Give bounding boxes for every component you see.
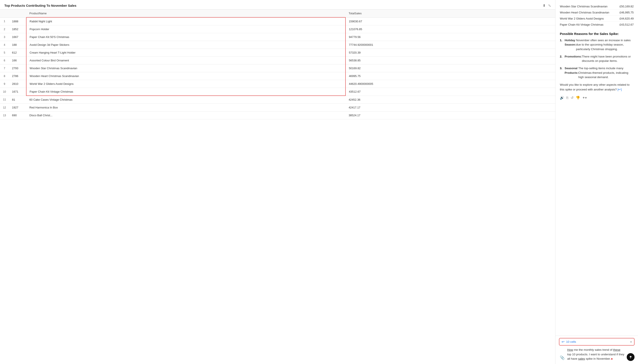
follow-up-link[interactable]: [↩] — [617, 88, 622, 91]
row-id: 1671 — [9, 88, 26, 96]
top-product-item: Wooden Heart Christmas Scandinavian£46,9… — [560, 10, 634, 16]
row-rank: 11 — [0, 96, 9, 104]
table-row: 72793Wooden Star Christmas Scandinavian5… — [0, 64, 555, 72]
row-total-sales: 56538.85 — [346, 56, 520, 64]
top-product-value: £44,620.49 — [619, 17, 634, 20]
top-product-value: £50,169.82 — [619, 5, 634, 8]
row-id: 690 — [9, 112, 26, 119]
top-product-item: Wooden Star Christmas Scandinavian£50,16… — [560, 4, 634, 10]
row-product-name: Rabbit Night Light — [26, 17, 346, 26]
table-row: 11888Rabbit Night Light159030.67 — [0, 17, 555, 26]
col-product-name: ProductName — [26, 10, 346, 18]
thumbs-down-icon[interactable]: 👎 — [576, 96, 580, 100]
table-header: Top Products Contributing To November Sa… — [0, 0, 555, 9]
table-row: 82786Wooden Heart Christmas Scandinavian… — [0, 72, 555, 80]
row-rank: 4 — [0, 41, 9, 49]
table-row: 101671Paper Chain Kit Vintage Christmas4… — [0, 88, 555, 96]
table-row: 118160 Cake Cases Vintage Christmas42452… — [0, 96, 555, 104]
row-rank: 8 — [0, 72, 9, 80]
row-rank: 12 — [0, 104, 9, 112]
row-extra — [520, 49, 555, 56]
row-product-name: Disco Ball Christ... — [26, 112, 346, 119]
table-row: 13690Disco Ball Christ...38524.17 — [0, 112, 555, 119]
row-id: 612 — [9, 49, 26, 56]
products-table: ProductName TotalSales 11888Rabbit Night… — [0, 9, 555, 119]
row-id: 188 — [9, 41, 26, 49]
copy-icon[interactable]: ⎘ — [566, 96, 568, 100]
col-total-sales: TotalSales — [346, 10, 520, 18]
cells-tag-close[interactable]: × — [630, 340, 632, 344]
row-product-name: Wooden Star Christmas Scandinavian — [26, 64, 346, 72]
row-extra — [520, 72, 555, 80]
row-rank: 2 — [0, 26, 9, 33]
row-extra — [520, 104, 555, 112]
table-container: ProductName TotalSales 11888Rabbit Night… — [0, 9, 555, 364]
row-extra — [520, 96, 555, 104]
row-rank: 1 — [0, 17, 9, 26]
reason-item: Holiday Season: November often sees an i… — [560, 38, 634, 52]
more-actions-icon[interactable]: ✦▾ — [582, 96, 587, 100]
table-row: 31667Paper Chain Kit 50'S Christmas94779… — [0, 33, 555, 41]
cells-tag-container: ↩ 10 cells × — [559, 338, 634, 346]
row-total-sales: 46995.75 — [346, 72, 520, 80]
reason-item: Seasonal Products: The top-selling items… — [560, 66, 634, 80]
row-product-name: 60 Cake Cases Vintage Christmas — [26, 96, 346, 104]
reasons-section: Possible Reasons for the Sales Spike: Ho… — [560, 32, 634, 80]
volume-icon[interactable]: 🔊 — [560, 96, 564, 100]
row-extra — [520, 64, 555, 72]
top-product-item: World War 2 Gliders Asstd Designs£44,620… — [560, 16, 634, 22]
follow-up-text: Would you like to explore any other aspe… — [560, 82, 634, 92]
row-rank: 7 — [0, 64, 9, 72]
row-id: 166 — [9, 56, 26, 64]
reason-label: Holiday Season: — [565, 38, 576, 52]
reasons-heading: Possible Reasons for the Sales Spike: — [560, 32, 634, 36]
row-rank: 3 — [0, 33, 9, 41]
row-rank: 13 — [0, 112, 9, 119]
row-extra — [520, 112, 555, 119]
reason-label: Seasonal Products: — [565, 66, 578, 80]
download-icon[interactable]: ⬇ — [543, 4, 545, 8]
row-product-name: Cream Hanging Heart T-Light Holder — [26, 49, 346, 56]
row-total-sales: 50169.82 — [346, 64, 520, 72]
row-total-sales: 42417.17 — [346, 104, 520, 112]
row-rank: 6 — [0, 56, 9, 64]
table-row: 6166Assorted Colour Bird Ornament56538.8… — [0, 56, 555, 64]
input-row: 📎 How me the monthly sales trend of thes… — [559, 348, 634, 361]
input-box[interactable]: How me the monthly sales trend of these … — [567, 348, 625, 361]
row-id: 2810 — [9, 80, 26, 88]
row-rank: 10 — [0, 88, 9, 96]
reason-item: Promotions: There might have been promot… — [560, 54, 634, 63]
row-product-name: Popcorn Holder — [26, 26, 346, 33]
row-total-sales: 44620.4900000005 — [346, 80, 520, 88]
row-product-name: Red Harmonica In Box — [26, 104, 346, 112]
bottom-input-area: ↩ 10 cells × 📎 How me the monthly sales … — [555, 336, 638, 364]
input-text[interactable]: How me the monthly sales trend of these … — [567, 348, 625, 361]
top-product-name: Paper Chain Kit Vintage Christmas — [560, 23, 619, 26]
row-id: 1852 — [9, 26, 26, 33]
attach-button[interactable]: 📎 — [559, 354, 565, 361]
send-button[interactable] — [627, 353, 634, 361]
message-actions: 🔊 ⎘ ↺ 👎 ✦▾ — [560, 95, 634, 102]
row-rank: 5 — [0, 49, 9, 56]
row-total-sales: 121076.85 — [346, 26, 520, 33]
row-total-sales: 77744.9200000001 — [346, 41, 520, 49]
row-id: 1888 — [9, 17, 26, 26]
row-product-name: Paper Chain Kit 50'S Christmas — [26, 33, 346, 41]
row-total-sales: 42452.36 — [346, 96, 520, 104]
top-product-value: £46,995.75 — [619, 11, 634, 14]
table-title: Top Products Contributing To November Sa… — [4, 4, 77, 8]
left-panel: Top Products Contributing To November Sa… — [0, 0, 555, 364]
row-id: 2793 — [9, 64, 26, 72]
reason-label: Promotions: — [565, 54, 582, 63]
table-row: 121927Red Harmonica In Box42417.17 — [0, 104, 555, 112]
regenerate-icon[interactable]: ↺ — [571, 96, 573, 100]
top-product-item: Paper Chain Kit Vintage Christmas£43,512… — [560, 22, 634, 28]
row-product-name: Paper Chain Kit Vintage Christmas — [26, 88, 346, 96]
row-extra — [520, 17, 555, 26]
reasons-list: Holiday Season: November often sees an i… — [560, 38, 634, 80]
row-product-name: Wooden Heart Christmas Scandinavian — [26, 72, 346, 80]
expand-icon[interactable]: ⤡ — [548, 4, 551, 8]
right-panel-content: Wooden Star Christmas Scandinavian£50,16… — [555, 0, 638, 336]
cells-tag-icon: ↩ — [561, 340, 564, 344]
table-row: 4188Asstd Design 3d Paper Stickers77744.… — [0, 41, 555, 49]
